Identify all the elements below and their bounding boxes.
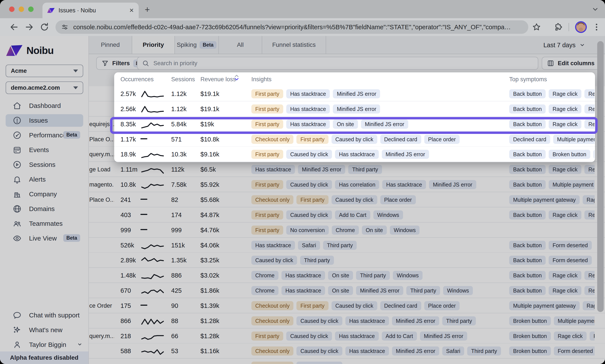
bookmark-star-icon[interactable] <box>532 23 541 32</box>
tab-title: Issues · Noibu <box>59 7 125 14</box>
insight-tag: Caused by click <box>332 135 377 144</box>
occurrences-value: 2.57k <box>120 86 136 101</box>
browser-tab[interactable]: Issues · Noibu ✕ <box>42 3 139 18</box>
extensions-icon[interactable] <box>554 23 563 32</box>
toolbar-divider <box>569 23 569 31</box>
tab-search-chevron-icon[interactable] <box>592 6 599 14</box>
forward-icon[interactable] <box>25 23 34 32</box>
sort-asc-icon <box>234 75 239 77</box>
insight-tag: First party <box>296 135 328 144</box>
zoom-window-button[interactable] <box>28 6 34 12</box>
browser-toolbar: console.noibu.com/effe8edd-c02c-49ad-aae… <box>0 18 605 36</box>
symptom-tag: Rage click <box>549 89 581 98</box>
occurrences-sparkline <box>141 89 165 99</box>
tab-close-icon[interactable]: ✕ <box>129 7 134 14</box>
url-text: console.noibu.com/effe8edd-c02c-49ad-aae… <box>73 24 523 31</box>
url-bar[interactable]: console.noibu.com/effe8edd-c02c-49ad-aae… <box>55 20 528 34</box>
back-icon[interactable] <box>10 23 19 32</box>
sessions-value: 1.12k <box>171 86 187 101</box>
favicon <box>47 8 55 13</box>
insight-tag: Declined card <box>380 135 421 144</box>
insight-tag: First party <box>251 150 283 159</box>
symptoms-cell: Back buttonRage clickRefresh <box>509 86 595 101</box>
symptom-tag: Back button <box>509 104 546 114</box>
insight-tag: Caused by click <box>286 150 332 159</box>
sort-icons[interactable] <box>234 75 239 81</box>
issue-row[interactable]: Place O...1.17k571$10.8kCheckout onlyFir… <box>114 132 595 147</box>
sessions-value: 1.12k <box>171 101 187 117</box>
symptom-tag: Back button <box>509 150 546 159</box>
browser-window: Issues · Noibu ✕ + console.noibu.com/eff… <box>0 0 605 364</box>
revenue-loss-value: $9.16k <box>200 147 219 162</box>
symptom-tag: Back button <box>509 89 546 98</box>
revenue-loss-value: $19.1k <box>200 101 219 117</box>
occurrences-value: 2.56k <box>120 101 136 117</box>
insights-cell: First partyHas stacktraceMinified JS err… <box>251 101 380 117</box>
occurrences-sparkline <box>141 134 165 144</box>
insight-tag: Minified JS error <box>382 150 429 159</box>
column-header-revenue-loss[interactable]: Revenue loss <box>200 72 236 86</box>
symptom-tag: Refresh <box>584 104 595 114</box>
sessions-value: 571 <box>171 132 181 147</box>
browser-menu-icon[interactable] <box>592 23 601 32</box>
symptom-tag: Broken button <box>549 150 590 159</box>
new-tab-button[interactable]: + <box>145 5 150 14</box>
insight-tag: First party <box>251 89 283 98</box>
insight-tag: Checkout only <box>251 135 293 144</box>
symptom-tag: Rage click <box>549 104 581 114</box>
reload-icon[interactable] <box>40 23 49 32</box>
issue-row[interactable]: query.m...18.9k10.3k$9.16kFirst partyCau… <box>114 147 595 162</box>
symptom-tag: Refresh <box>584 89 595 98</box>
symptom-tag: Refr <box>593 150 595 159</box>
site-settings-icon[interactable] <box>61 23 68 31</box>
app-content: Noibu Acme demo.acme2.com DashboardIssue… <box>0 36 605 364</box>
column-header-occurrences[interactable]: Occurrences <box>120 72 154 86</box>
symptoms-cell: Declined cardMultiple payment ga <box>509 132 595 147</box>
issue-row[interactable]: 2.56k1.12k$19.1kFirst partyHas stacktrac… <box>114 101 595 117</box>
insight-tag: Minified JS error <box>333 89 380 98</box>
symptom-tag: Multiple payment ga <box>553 135 595 144</box>
revenue-loss-value: $19.1k <box>200 86 219 101</box>
column-header-top-symptoms[interactable]: Top symptoms <box>509 72 547 86</box>
symptoms-cell: Back buttonRage clickRefresh <box>509 101 595 117</box>
column-header-insights[interactable]: Insights <box>251 72 271 86</box>
minimize-window-button[interactable] <box>19 6 24 12</box>
revenue-loss-value: $10.8k <box>200 132 219 147</box>
symptoms-cell: Back buttonBroken buttonRefr <box>509 147 595 162</box>
close-window-button[interactable] <box>9 6 14 12</box>
sessions-value: 10.3k <box>171 147 187 162</box>
occurrences-value: 1.17k <box>120 132 136 147</box>
insights-cell: First partyHas stacktraceMinified JS err… <box>251 86 380 101</box>
insight-tag: First party <box>251 104 283 114</box>
table-header: Occurrences Sessions Revenue loss Insigh… <box>114 72 595 86</box>
symptom-tag: Declined card <box>509 135 550 144</box>
sort-desc-icon <box>234 78 239 81</box>
column-header-sessions[interactable]: Sessions <box>171 72 195 86</box>
occurrences-value: 18.9k <box>120 147 136 162</box>
profile-avatar[interactable] <box>575 21 587 33</box>
browser-tabstrip: Issues · Noibu ✕ + <box>0 0 605 18</box>
insights-cell: Checkout onlyFirst partyCaused by clickD… <box>251 132 460 147</box>
insights-cell: First partyCaused by clickHas stacktrace… <box>251 147 429 162</box>
insight-tag: Place order <box>424 135 460 144</box>
insight-tag: Has stacktrace <box>335 150 379 159</box>
insight-tag: Has stacktrace <box>286 104 330 114</box>
insight-tag: Has stacktrace <box>286 89 330 98</box>
highlighted-row-outline <box>110 117 598 134</box>
issue-row[interactable]: 2.57k1.12k$19.1kFirst partyHas stacktrac… <box>114 86 595 101</box>
occurrences-sparkline <box>141 149 165 159</box>
insight-tag: Minified JS error <box>333 104 380 114</box>
occurrences-sparkline <box>141 104 165 114</box>
